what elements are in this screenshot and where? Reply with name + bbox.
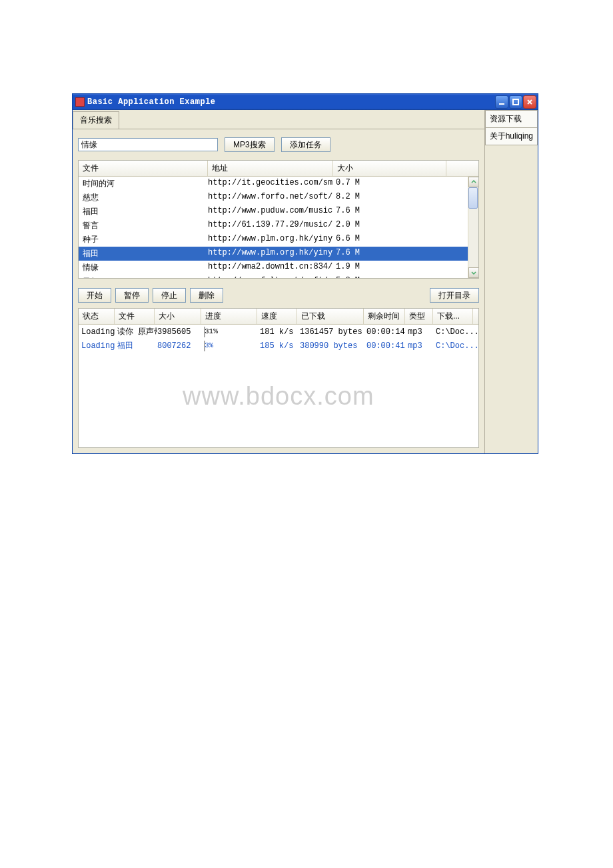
scroll-thumb[interactable] bbox=[468, 187, 478, 209]
app-icon bbox=[75, 97, 85, 107]
tab-about[interactable]: 关于huliqing bbox=[485, 127, 538, 145]
col-size[interactable]: 大小 bbox=[333, 161, 446, 176]
table-row[interactable]: 种子http://www.plm.org.hk/yinyue/y-...6.6 … bbox=[79, 233, 478, 247]
open-dir-button[interactable]: 打开目录 bbox=[430, 288, 479, 303]
cell-progress: 3% bbox=[204, 341, 260, 351]
col-dfile[interactable]: 文件 bbox=[115, 309, 155, 324]
results-table: 文件 地址 大小 时间的河http://it.geocities.com/smi… bbox=[78, 160, 479, 279]
results-body[interactable]: 时间的河http://it.geocities.com/smilehu...0.… bbox=[79, 177, 478, 278]
table-row[interactable]: 情缘http://wma2.down1t.cn:834/15z/0...1.9 … bbox=[79, 261, 478, 275]
cell-file: 种子 bbox=[83, 234, 208, 245]
body-area: 音乐搜索 MP3搜索 添加任务 文件 地址 大小 时间的河http://it.g… bbox=[73, 110, 538, 453]
cell-addr: http://www.plm.org.hk/yinyue/y-... bbox=[208, 234, 333, 245]
scroll-down-button[interactable] bbox=[468, 267, 478, 278]
cell-remain: 00:00:41 bbox=[366, 341, 408, 351]
col-speed[interactable]: 速度 bbox=[257, 309, 297, 324]
right-tabstrip: 资源下载 关于huliqing bbox=[485, 110, 538, 453]
downloads-body[interactable]: Loading读你 原声带398560531%181 k/s1361457 by… bbox=[79, 325, 478, 353]
window-title: Basic Application Example bbox=[87, 97, 495, 107]
cell-addr: http://www.forfo.net/soft/soft/... bbox=[208, 192, 333, 203]
cell-file: 福田 bbox=[83, 248, 208, 259]
cell-progress: 31% bbox=[204, 327, 260, 337]
col-type[interactable]: 类型 bbox=[405, 309, 433, 324]
cell-speed: 181 k/s bbox=[260, 327, 300, 337]
left-tabstrip: 音乐搜索 bbox=[73, 110, 484, 129]
table-row[interactable]: 誓言http://61.139.77.29/music/fojia...2.0 … bbox=[79, 219, 478, 233]
cell-type: mp3 bbox=[408, 327, 436, 337]
add-task-button[interactable]: 添加任务 bbox=[281, 137, 330, 152]
chevron-up-icon bbox=[471, 179, 476, 185]
stop-button[interactable]: 停止 bbox=[153, 288, 186, 303]
cell-file: 情缘 bbox=[83, 262, 208, 273]
watermark: www.bdocx.com bbox=[79, 382, 478, 411]
cell-path: C:\Doc... bbox=[436, 341, 476, 351]
minimize-icon bbox=[498, 99, 505, 105]
cell-addr: http://www.puduw.com/music/hst_... bbox=[208, 206, 333, 217]
cell-status: Loading bbox=[81, 341, 117, 351]
cell-status: Loading bbox=[81, 327, 117, 337]
cell-speed: 185 k/s bbox=[260, 341, 300, 351]
action-row: 开始 暂停 停止 删除 打开目录 bbox=[73, 285, 484, 308]
table-row[interactable]: 福田http://www.plm.org.hk/yinyue/y-...7.6 … bbox=[79, 247, 478, 261]
cell-done: 380990 bytes bbox=[300, 341, 366, 351]
cell-remain: 00:00:14 bbox=[366, 327, 408, 337]
table-row[interactable]: 慈悲http://www.forfo.net/soft/soft/...8.2 … bbox=[79, 191, 478, 205]
cell-addr: http://61.139.77.29/music/fojia... bbox=[208, 220, 333, 231]
download-row[interactable]: Loading读你 原声带398560531%181 k/s1361457 by… bbox=[79, 325, 478, 339]
cell-size: 7.6 M bbox=[333, 206, 373, 217]
window-controls bbox=[495, 95, 536, 109]
cell-addr: http://wma2.down1t.cn:834/15z/0... bbox=[208, 262, 333, 273]
svg-rect-1 bbox=[513, 99, 518, 105]
cell-size: 3985605 bbox=[157, 327, 204, 337]
main-pane: 音乐搜索 MP3搜索 添加任务 文件 地址 大小 时间的河http://it.g… bbox=[73, 110, 485, 453]
table-row[interactable]: 勇气http://www.fwlt.net/soft/soft/y...5.8 … bbox=[79, 275, 478, 278]
table-row[interactable]: 福田http://www.puduw.com/music/hst_...7.6 … bbox=[79, 205, 478, 219]
tab-music-search[interactable]: 音乐搜索 bbox=[73, 111, 119, 129]
svg-rect-0 bbox=[499, 103, 504, 105]
results-scrollbar[interactable] bbox=[468, 177, 478, 278]
cell-size: 5.8 M bbox=[333, 276, 373, 278]
downloads-table: 状态 文件 大小 进度 速度 已下载 剩余时间 类型 下载... Loading… bbox=[78, 308, 479, 448]
col-file[interactable]: 文件 bbox=[79, 161, 208, 176]
cell-file: 福田 bbox=[117, 340, 157, 351]
cell-file: 时间的河 bbox=[83, 178, 208, 189]
search-button[interactable]: MP3搜索 bbox=[225, 137, 275, 152]
cell-addr: http://it.geocities.com/smilehu... bbox=[208, 178, 333, 189]
results-header: 文件 地址 大小 bbox=[79, 161, 478, 177]
table-row[interactable]: 时间的河http://it.geocities.com/smilehu...0.… bbox=[79, 177, 478, 191]
col-dsize[interactable]: 大小 bbox=[155, 309, 201, 324]
cell-file: 誓言 bbox=[83, 220, 208, 231]
col-progress[interactable]: 进度 bbox=[201, 309, 257, 324]
minimize-button[interactable] bbox=[495, 95, 508, 109]
cell-file: 勇气 bbox=[83, 276, 208, 278]
search-row: MP3搜索 添加任务 bbox=[73, 129, 484, 160]
col-path[interactable]: 下载... bbox=[433, 309, 473, 324]
col-addr[interactable]: 地址 bbox=[208, 161, 333, 176]
col-remain[interactable]: 剩余时间 bbox=[364, 309, 405, 324]
delete-button[interactable]: 删除 bbox=[190, 288, 223, 303]
close-button[interactable] bbox=[523, 95, 536, 109]
col-status[interactable]: 状态 bbox=[79, 309, 115, 324]
cell-path: C:\Doc... bbox=[436, 327, 476, 337]
cell-size: 6.6 M bbox=[333, 234, 373, 245]
cell-file: 福田 bbox=[83, 206, 208, 217]
cell-done: 1361457 bytes bbox=[300, 327, 366, 337]
cell-file: 读你 原声带 bbox=[117, 326, 157, 337]
cell-file: 慈悲 bbox=[83, 192, 208, 203]
maximize-icon bbox=[512, 99, 519, 105]
search-input[interactable] bbox=[78, 138, 218, 151]
maximize-button[interactable] bbox=[509, 95, 522, 109]
col-done[interactable]: 已下载 bbox=[297, 309, 364, 324]
cell-type: mp3 bbox=[408, 341, 436, 351]
scroll-up-button[interactable] bbox=[468, 177, 478, 187]
pause-button[interactable]: 暂停 bbox=[115, 288, 149, 303]
download-row[interactable]: Loading福田80072623%185 k/s380990 bytes00:… bbox=[79, 339, 478, 353]
titlebar[interactable]: Basic Application Example bbox=[73, 94, 538, 110]
tab-resource-download[interactable]: 资源下载 bbox=[485, 110, 538, 128]
cell-size: 0.7 M bbox=[333, 178, 373, 189]
downloads-header: 状态 文件 大小 进度 速度 已下载 剩余时间 类型 下载... bbox=[79, 309, 478, 325]
cell-size: 8.2 M bbox=[333, 192, 373, 203]
start-button[interactable]: 开始 bbox=[78, 288, 111, 303]
cell-size: 7.6 M bbox=[333, 248, 373, 259]
cell-size: 8007262 bbox=[157, 341, 204, 351]
